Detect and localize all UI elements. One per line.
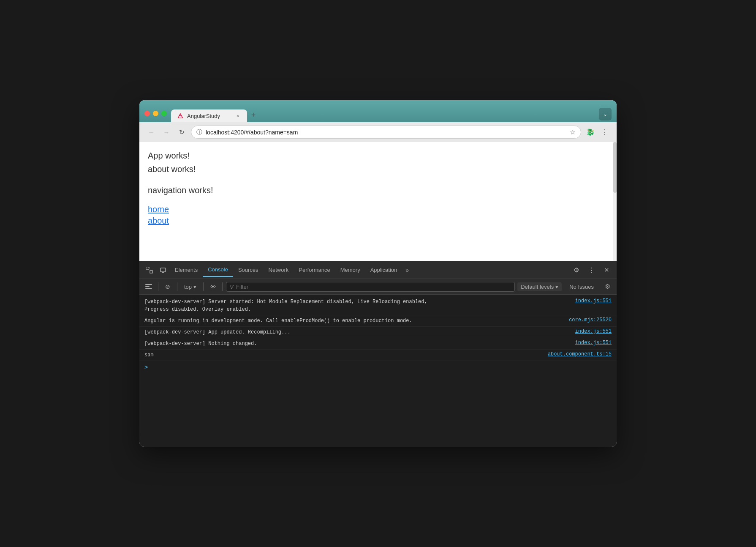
- maximize-button[interactable]: [161, 111, 167, 116]
- svg-rect-4: [150, 271, 152, 273]
- expand-tabs-button[interactable]: ⌄: [599, 108, 612, 120]
- console-toolbar-right: Default levels ▾ No Issues ⚙: [517, 281, 613, 293]
- console-message-2: Angular is running in development mode. …: [139, 315, 617, 327]
- traffic-lights: [144, 111, 167, 122]
- top-context-selector[interactable]: top ▾: [181, 282, 200, 291]
- default-levels-button[interactable]: Default levels ▾: [517, 282, 562, 291]
- console-message-4-source[interactable]: index.js:551: [575, 340, 612, 346]
- navigation-works-text: navigation works!: [148, 183, 608, 197]
- console-message-1-text: [webpack-dev-server] Server started: Hot…: [144, 298, 568, 313]
- svg-rect-9: [145, 286, 150, 287]
- page-content: App works! about works! navigation works…: [139, 142, 617, 261]
- minimize-button[interactable]: [153, 111, 158, 116]
- more-tabs-button[interactable]: »: [402, 263, 412, 277]
- new-tab-button[interactable]: +: [247, 109, 260, 121]
- tab-favicon: [177, 112, 184, 119]
- url-display: localhost:4200/#/about?name=sam: [206, 129, 566, 136]
- tab-memory[interactable]: Memory: [335, 263, 365, 276]
- clear-console-button[interactable]: ⊘: [162, 281, 174, 293]
- console-output: [webpack-dev-server] Server started: Hot…: [139, 295, 617, 447]
- console-sidebar-button[interactable]: [143, 281, 155, 293]
- console-message-4: [webpack-dev-server] Nothing changed. in…: [139, 338, 617, 350]
- back-button[interactable]: ←: [145, 126, 157, 138]
- top-chevron-icon: ▾: [193, 284, 196, 290]
- console-message-4-text: [webpack-dev-server] Nothing changed.: [144, 340, 568, 347]
- nav-extras: 🐉 ⋮: [585, 126, 611, 138]
- filter-icon: ▽: [230, 284, 234, 290]
- close-button[interactable]: [144, 111, 150, 116]
- reload-button[interactable]: ↻: [176, 126, 188, 138]
- svg-rect-6: [162, 272, 164, 273]
- title-bar: AngularStudy × + ⌄: [139, 100, 617, 122]
- scrollbar-track: [613, 142, 617, 261]
- console-message-5: sam about.component.ts:15: [139, 350, 617, 361]
- devtools-right-icons: ⚙ ⋮ ✕: [569, 263, 613, 277]
- console-message-3-text: [webpack-dev-server] App updated. Recomp…: [144, 328, 568, 336]
- console-message-1: [webpack-dev-server] Server started: Hot…: [139, 296, 617, 315]
- levels-chevron-icon: ▾: [555, 284, 558, 290]
- bookmark-icon[interactable]: ☆: [570, 128, 576, 136]
- console-filter-input[interactable]: ▽: [226, 282, 515, 292]
- tab-network[interactable]: Network: [264, 263, 294, 276]
- tabs-row: AngularStudy × + ⌄: [171, 108, 612, 122]
- tab-performance[interactable]: Performance: [294, 263, 335, 276]
- eye-icon[interactable]: 👁: [207, 281, 219, 293]
- console-message-5-source[interactable]: about.component.ts:15: [548, 351, 612, 357]
- tab-elements[interactable]: Elements: [170, 263, 203, 276]
- devtools-more-icon[interactable]: ⋮: [585, 263, 598, 277]
- devtools-settings-icon[interactable]: ⚙: [569, 263, 583, 277]
- home-link[interactable]: home: [148, 205, 608, 214]
- tab-sources[interactable]: Sources: [233, 263, 264, 276]
- navigation-bar: ← → ↻ ⓘ localhost:4200/#/about?name=sam …: [139, 122, 617, 142]
- about-works-text: about works!: [148, 162, 608, 176]
- secure-info-icon: ⓘ: [196, 129, 202, 136]
- scrollbar-thumb[interactable]: [613, 142, 617, 193]
- tab-console[interactable]: Console: [203, 263, 233, 277]
- extension-dragon-icon[interactable]: 🐉: [585, 126, 596, 138]
- console-message-2-text: Angular is running in development mode. …: [144, 317, 562, 325]
- console-message-5-text: sam: [144, 351, 541, 359]
- address-bar[interactable]: ⓘ localhost:4200/#/about?name=sam ☆: [191, 126, 581, 139]
- devtools-close-icon[interactable]: ✕: [600, 263, 613, 277]
- filter-text-input[interactable]: [236, 284, 511, 290]
- active-tab[interactable]: AngularStudy ×: [171, 109, 247, 122]
- svg-rect-3: [147, 267, 149, 270]
- no-issues-button[interactable]: No Issues: [565, 282, 598, 291]
- svg-rect-2: [179, 115, 181, 116]
- toolbar-divider-4: [222, 282, 223, 291]
- default-levels-label: Default levels: [521, 284, 554, 290]
- console-prompt[interactable]: >: [139, 361, 617, 373]
- devtools-tab-bar: Elements Console Sources Network Perform…: [139, 261, 617, 279]
- app-works-text: App works!: [148, 149, 608, 162]
- console-prompt-input[interactable]: [151, 364, 612, 370]
- toolbar-divider-1: [158, 282, 158, 291]
- console-settings-icon[interactable]: ⚙: [601, 281, 613, 293]
- toolbar-divider-2: [177, 282, 177, 291]
- toolbar-divider-3: [203, 282, 204, 291]
- console-message-2-source[interactable]: core.mjs:25520: [569, 317, 612, 323]
- svg-rect-8: [145, 284, 152, 285]
- console-message-1-source[interactable]: index.js:551: [575, 298, 612, 304]
- about-link[interactable]: about: [148, 216, 608, 226]
- browser-window: AngularStudy × + ⌄ ← → ↻ ⓘ localhost:420…: [139, 100, 617, 447]
- console-message-3: [webpack-dev-server] App updated. Recomp…: [139, 327, 617, 338]
- prompt-arrow-icon: >: [144, 364, 148, 370]
- svg-rect-5: [160, 268, 166, 272]
- tab-application[interactable]: Application: [365, 263, 402, 276]
- forward-button[interactable]: →: [160, 126, 172, 138]
- svg-rect-10: [145, 288, 152, 289]
- tab-title: AngularStudy: [187, 113, 220, 119]
- devtools-panel: Elements Console Sources Network Perform…: [139, 261, 617, 447]
- top-context-label: top: [184, 284, 192, 290]
- inspect-element-icon[interactable]: [143, 263, 156, 277]
- tab-close-button[interactable]: ×: [234, 112, 241, 119]
- browser-menu-button[interactable]: ⋮: [599, 126, 611, 138]
- device-toolbar-icon[interactable]: [156, 263, 170, 277]
- console-message-3-source[interactable]: index.js:551: [575, 328, 612, 334]
- console-toolbar: ⊘ top ▾ 👁 ▽ Default levels ▾ No Issues: [139, 279, 617, 295]
